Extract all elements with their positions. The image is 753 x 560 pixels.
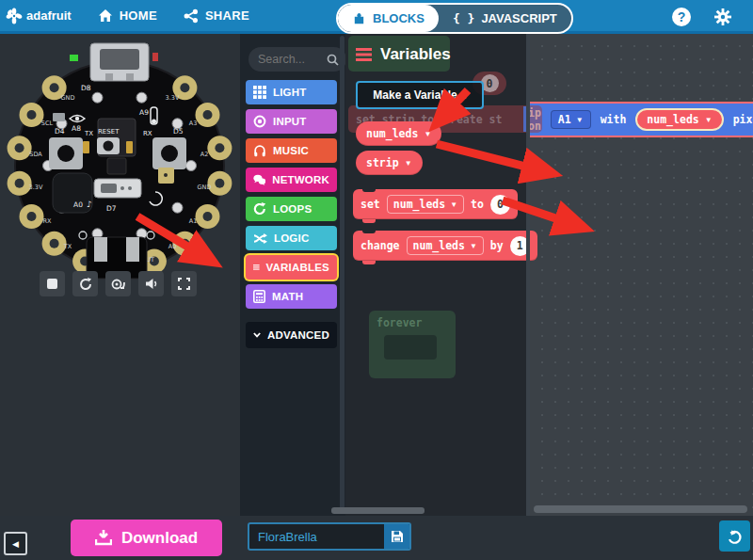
variable-dropdown[interactable]: num_leds ▼ — [387, 195, 464, 214]
download-icon — [95, 530, 112, 546]
gear-icon — [713, 8, 732, 26]
svg-text:A0: A0 — [168, 243, 177, 250]
search-input[interactable] — [256, 52, 327, 67]
collapse-sim-button[interactable]: ◀ — [4, 532, 27, 555]
category-label: ADVANCED — [267, 329, 329, 341]
restart-icon — [79, 278, 92, 291]
toolbox-panel: LIGHT INPUT MUSIC — [240, 34, 345, 516]
category-variables[interactable]: VARIABLES — [246, 255, 337, 280]
dropdown-caret-icon: ▼ — [470, 242, 477, 250]
undo-button[interactable] — [719, 520, 750, 552]
download-button[interactable]: Download — [71, 520, 222, 556]
variable-dropdown[interactable]: num_leds ▼ — [407, 236, 484, 255]
editor-mode-toggle: BLOCKS { } JAVASCRIPT — [336, 3, 573, 34]
save-icon — [391, 530, 404, 543]
reset-button-cap[interactable] — [104, 141, 114, 152]
variable-pill-strip[interactable]: strip ▼ — [356, 151, 423, 175]
variable-pill-num-leds[interactable]: num_leds ▼ — [635, 108, 723, 131]
category-music[interactable]: MUSIC — [246, 138, 337, 163]
pin-dropdown[interactable]: A1 ▼ — [551, 110, 591, 129]
tab-javascript-label: JAVASCRIPT — [481, 11, 556, 25]
chevron-down-icon — [253, 330, 261, 340]
circuit-playground-board[interactable]: GND SCL SDA 3.3V RX TX GND 3.3V A3 A2 GN… — [0, 36, 240, 280]
speaker: A0 ♪ — [53, 173, 92, 213]
stop-icon — [47, 279, 57, 289]
button-a-cap[interactable] — [57, 145, 74, 162]
search-icon — [327, 54, 339, 66]
dot-circle-icon — [253, 115, 266, 128]
variable-pill-num-leds[interactable]: num_leds ▼ — [356, 121, 441, 146]
help-button[interactable]: ? — [672, 8, 691, 26]
svg-text:SDA: SDA — [29, 151, 42, 158]
make-variable-button[interactable]: Make a Variable... — [356, 81, 484, 109]
share-icon — [184, 8, 199, 24]
headphones-icon — [253, 144, 266, 157]
dropdown-caret-icon: ▼ — [450, 200, 457, 209]
category-loops[interactable]: LOOPS — [246, 197, 337, 221]
slowmo-button[interactable] — [105, 271, 131, 296]
flower-icon — [6, 8, 23, 24]
svg-text:D5: D5 — [173, 127, 184, 136]
dropdown-caret-icon[interactable]: ▼ — [405, 159, 412, 168]
blocks-workspace[interactable]: ip on A1 ▼ with num_leds ▼ pixels — [530, 34, 753, 516]
dropdown-caret-icon[interactable]: ▼ — [424, 130, 431, 138]
set-variable-block[interactable]: set num_leds ▼ to 0 — [353, 189, 518, 219]
ghost-forever-block: forever — [369, 311, 456, 378]
svg-text:A8: A8 — [72, 124, 81, 133]
toolbox-scrollbar[interactable] — [340, 36, 344, 514]
svg-text:3.3V: 3.3V — [29, 184, 43, 191]
category-input[interactable]: INPUT — [246, 109, 337, 134]
category-label: MUSIC — [273, 145, 309, 156]
category-logic[interactable]: LOGIC — [246, 226, 337, 250]
create-strip-block[interactable]: ip on A1 ▼ with num_leds ▼ pixels — [518, 102, 753, 137]
fullscreen-button[interactable] — [171, 271, 197, 296]
bars-icon — [253, 262, 260, 273]
speaker-icon — [145, 278, 158, 290]
undo-icon — [727, 529, 743, 544]
button-b-cap[interactable] — [161, 145, 178, 162]
chat-icon — [253, 173, 265, 186]
simulator-controls — [40, 271, 197, 296]
share-button[interactable]: SHARE — [184, 8, 249, 24]
category-label: INPUT — [273, 116, 307, 127]
restart-button[interactable] — [72, 271, 98, 296]
share-label: SHARE — [205, 8, 249, 23]
svg-text:TX: TX — [63, 243, 72, 250]
category-label: LOGIC — [274, 232, 309, 244]
tab-javascript[interactable]: { } JAVASCRIPT — [439, 5, 571, 32]
simulator-panel: GND SCL SDA 3.3V RX TX GND 3.3V A3 A2 GN… — [0, 34, 240, 516]
project-name-input[interactable] — [249, 524, 384, 549]
svg-text:A2: A2 — [200, 151, 209, 158]
puzzle-icon — [352, 11, 366, 25]
svg-text:3.3V: 3.3V — [166, 94, 180, 102]
main-area: GND SCL SDA 3.3V RX TX GND 3.3V A3 A2 GN… — [0, 34, 753, 516]
svg-text:A0: A0 — [73, 200, 83, 209]
save-button[interactable] — [384, 524, 409, 549]
home-icon — [98, 8, 113, 23]
home-button[interactable]: HOME — [98, 8, 157, 23]
workspace-hscrollbar[interactable] — [534, 505, 747, 513]
category-math[interactable]: MATH — [246, 284, 337, 309]
flyout-scrollbar[interactable] — [526, 34, 530, 516]
category-advanced[interactable]: ADVANCED — [246, 322, 337, 348]
tab-blocks[interactable]: BLOCKS — [338, 5, 439, 32]
svg-text:RESET: RESET — [98, 128, 120, 136]
settings-button[interactable] — [713, 8, 732, 30]
stop-button[interactable] — [40, 271, 65, 296]
category-light[interactable]: LIGHT — [246, 80, 337, 104]
snail-icon — [111, 278, 125, 290]
slide-switch[interactable] — [94, 179, 141, 198]
svg-text:D4: D4 — [55, 127, 65, 136]
footer-bar: ◀ Download — [0, 516, 753, 560]
flyout-hscrollbar[interactable] — [331, 507, 425, 514]
value-input[interactable]: 0 — [490, 195, 510, 215]
sound-button[interactable] — [138, 271, 164, 296]
category-network[interactable]: NETWORK — [246, 168, 337, 192]
change-variable-block[interactable]: change num_leds ▼ by 1 — [353, 231, 537, 261]
category-label: MATH — [272, 291, 303, 302]
fullscreen-icon — [178, 278, 190, 290]
search-box[interactable] — [248, 47, 346, 72]
shuffle-icon — [253, 232, 267, 245]
svg-text:RX: RX — [43, 217, 53, 225]
adafruit-logo[interactable]: adafruit — [6, 8, 72, 24]
